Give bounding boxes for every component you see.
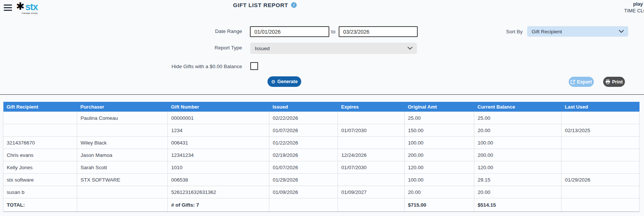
table-row: Chris evansJason Mamoa1234123402/19/2026… — [3, 149, 640, 161]
gear-icon: ⚙ — [271, 79, 276, 84]
table-row: 123401/07/202601/07/2030150.0020.0002/13… — [3, 124, 640, 137]
table-cell: Wiley Black — [77, 137, 168, 149]
print-button-label: Print — [612, 79, 623, 85]
total-cell — [269, 198, 338, 212]
top-right-links: play TIME CLO — [624, 1, 644, 13]
table-cell — [77, 124, 168, 137]
table-cell: Sarah Scott — [77, 161, 168, 174]
table-cell — [562, 137, 640, 149]
print-button[interactable]: Print — [603, 77, 625, 87]
export-button[interactable]: Export — [569, 77, 594, 87]
logo-text: stx — [25, 2, 38, 12]
table-cell: 100.00 — [405, 137, 474, 149]
date-from-input[interactable] — [250, 26, 329, 37]
table-cell: Kelly Jones — [3, 161, 77, 174]
date-range-label: Date Range — [157, 28, 242, 34]
table-cell: 150.00 — [405, 124, 474, 137]
top-right-line2-time-clock[interactable]: TIME CLO — [624, 8, 644, 14]
column-header-expires: Expires — [338, 102, 405, 112]
total-original-amt: $715.00 — [405, 198, 474, 212]
table-cell: 01/07/2030 — [338, 124, 405, 137]
table-cell: 01/07/2026 — [269, 124, 338, 137]
date-to-label: to — [331, 29, 335, 34]
chevron-down-icon — [408, 47, 412, 50]
table-row: Kelly JonesSarah Scott101001/07/202601/0… — [3, 161, 640, 174]
table-cell: 02/22/2026 — [269, 112, 338, 124]
table-cell: 006538 — [168, 174, 269, 186]
sort-by-label: Sort By — [483, 29, 523, 34]
logo-tagline: manage simply — [16, 12, 38, 14]
table-cell: 006431 — [168, 137, 269, 149]
table-cell — [3, 112, 77, 124]
column-header-original-amt: Original Amt — [405, 102, 474, 112]
table-cell: 200.00 — [405, 149, 474, 161]
total-label: TOTAL: — [3, 198, 77, 212]
hide-zero-balance-checkbox[interactable] — [250, 62, 258, 70]
table-cell — [338, 137, 405, 149]
report-type-label: Report Type — [157, 45, 242, 51]
report-type-value: Issued — [255, 46, 270, 51]
gift-list-table: Gift Recipient Purchaser Gift Number Iss… — [3, 102, 640, 212]
table-cell: 01/09/2027 — [338, 186, 405, 198]
total-current-balance: $514.15 — [474, 198, 562, 212]
table-row: stx softwareSTX SOFTWARE00653801/29/2026… — [3, 174, 640, 186]
hide-zero-balance-label: Hide Gifts with a $0.00 Balance — [112, 64, 242, 69]
column-header-last-used: Last Used — [562, 102, 640, 112]
date-to-input[interactable] — [339, 26, 418, 37]
table-cell: Chris evans — [3, 149, 77, 161]
section-divider — [0, 94, 644, 95]
table-cell: 120.00 — [405, 161, 474, 174]
table-cell: 20.00 — [474, 186, 562, 198]
table-cell: 1010 — [168, 161, 269, 174]
table-cell: Jason Mamoa — [77, 149, 168, 161]
table-cell: 12341234 — [168, 149, 269, 161]
table-cell: 01/09/2026 — [269, 186, 338, 198]
table-cell: 200.00 — [474, 149, 562, 161]
table-cell: 29.15 — [474, 174, 562, 186]
export-button-label: Export — [577, 79, 592, 85]
total-cell — [77, 198, 168, 212]
column-header-current-balance: Current Balance — [474, 102, 562, 112]
sort-by-dropdown[interactable]: Gift Recipient — [527, 26, 628, 37]
info-icon[interactable]: i — [291, 2, 297, 8]
table-cell: 01/07/2030 — [338, 161, 405, 174]
table-cell: Paulina Comeau — [77, 112, 168, 124]
gift-list-report-page: ✱ stx manage simply GIFT LIST REPORT i p… — [0, 0, 644, 216]
table-cell — [562, 161, 640, 174]
generate-button-label: Generate — [277, 79, 297, 84]
table-row: susan b526123163263136201/09/202601/09/2… — [3, 186, 640, 198]
table-cell: 02/13/2025 — [562, 124, 640, 137]
table-cell: STX SOFTWARE — [77, 174, 168, 186]
table-cell: 20.00 — [405, 186, 474, 198]
table-cell — [77, 186, 168, 198]
report-type-dropdown[interactable]: Issued — [250, 43, 417, 54]
table-cell: 20.00 — [474, 124, 562, 137]
table-cell: susan b — [3, 186, 77, 198]
table-cell: 00000001 — [168, 112, 269, 124]
export-icon — [571, 80, 575, 84]
table-cell — [562, 149, 640, 161]
hamburger-menu-icon[interactable] — [4, 4, 12, 11]
table-total-row: TOTAL: # of Gifts: 7 $715.00 $514.15 — [3, 198, 640, 212]
top-right-line1[interactable]: play — [624, 1, 644, 7]
total-cell — [338, 198, 405, 212]
table-cell: 3214376670 — [3, 137, 77, 149]
table-cell — [338, 112, 405, 124]
table-cell: 01/29/2026 — [562, 174, 640, 186]
star-icon: ✱ — [16, 1, 25, 12]
table-cell: 01/29/2026 — [269, 174, 338, 186]
table-row: 3214376670Wiley Black00643101/22/2026100… — [3, 137, 640, 149]
printer-icon — [605, 79, 610, 84]
table-header-row: Gift Recipient Purchaser Gift Number Iss… — [3, 102, 640, 112]
table-cell: 5261231632631362 — [168, 186, 269, 198]
chevron-down-icon — [619, 30, 624, 33]
table-cell: 100.00 — [405, 174, 474, 186]
table-cell — [562, 186, 640, 198]
table-cell — [562, 112, 640, 124]
table-cell — [338, 174, 405, 186]
generate-button[interactable]: ⚙ Generate — [267, 76, 301, 87]
table-cell: 01/22/2026 — [269, 137, 338, 149]
sort-by-value: Gift Recipient — [532, 29, 562, 34]
table-cell: 25.00 — [405, 112, 474, 124]
table-cell: 12/24/2026 — [338, 149, 405, 161]
